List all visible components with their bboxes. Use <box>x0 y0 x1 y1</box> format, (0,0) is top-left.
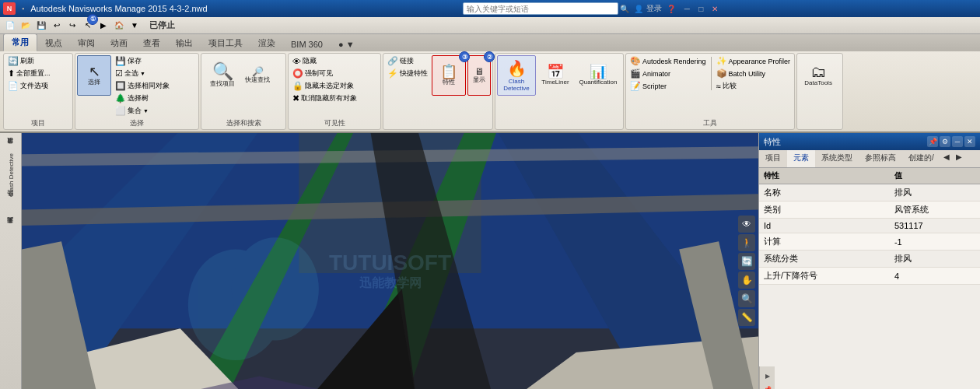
panel-close-btn[interactable]: ✕ <box>964 136 975 147</box>
tab-view[interactable]: 查看 <box>135 35 168 51</box>
rs-btn-1[interactable]: ▶ <box>761 370 774 382</box>
btn-select-all[interactable]: ☑全选▼ <box>113 68 172 79</box>
table-row[interactable]: 上升/下降符号 4 <box>759 268 980 285</box>
btn-find-items[interactable]: 🔍 查找项目 <box>203 55 242 96</box>
search-icon[interactable]: 🔍 <box>618 2 631 15</box>
btn-link[interactable]: 🔗链接 <box>385 55 430 67</box>
panel-tab-element[interactable]: 元素 <box>787 150 815 167</box>
table-row[interactable]: 系统分类 排风 <box>759 251 980 268</box>
group-label-search: 选择和搜索 <box>201 118 285 128</box>
btn-datatools[interactable]: 🗂 DataTools <box>799 55 838 96</box>
prop-name-6: 上升/下降符号 <box>759 268 890 285</box>
ribbon-group-select: ↖ 选择 💾保存 ☑全选▼ 🔲选择相同对象 🌲选择树 ⬜集合▼ 选择 <box>75 53 199 130</box>
btn-collection[interactable]: ⬜集合▼ <box>113 105 172 117</box>
btn-batch-utility[interactable]: 📦Batch Utility <box>714 68 793 79</box>
title-left: N ▪ Autodesk Navisworks Manage 2015 4-3-… <box>3 2 208 15</box>
qa-save-btn[interactable]: 💾 <box>34 19 48 33</box>
vp-look-btn[interactable]: 👁 <box>738 216 755 233</box>
btn-autodesk-rendering[interactable]: 🎨Autodesk Rendering <box>628 55 709 67</box>
tab-viewpoint[interactable]: 视点 <box>37 35 70 51</box>
table-row[interactable]: 名称 排风 <box>759 184 980 202</box>
btn-refresh[interactable]: 🔄刷新 <box>5 55 53 67</box>
app-logo: N <box>3 2 16 15</box>
tab-more[interactable]: ● ▼ <box>331 37 362 51</box>
search-input[interactable] <box>463 2 618 15</box>
btn-properties[interactable]: 📋 特性 ③ <box>432 55 466 96</box>
tab-home[interactable]: 常用 <box>3 33 37 51</box>
vp-pan-btn[interactable]: ✋ <box>738 272 755 289</box>
panel-pin-btn[interactable]: 📌 <box>927 136 938 147</box>
panel-minimize-btn[interactable]: ─ <box>952 136 963 147</box>
table-row[interactable]: 类别 风管系统 <box>759 202 980 219</box>
panel-tab-ref-level[interactable]: 参照标高 <box>859 150 902 167</box>
table-row[interactable]: 计算 -1 <box>759 233 980 251</box>
rs-btn-2[interactable]: 📌 <box>761 383 774 389</box>
sidebar-item-clash-detective[interactable]: Clash Detective <box>2 166 20 184</box>
btn-select[interactable]: ↖ 选择 <box>77 55 111 96</box>
panel-tab-system-type[interactable]: 系统类型 <box>815 150 859 167</box>
qa-nav-btn[interactable]: 🏠 <box>112 19 126 33</box>
ribbon-sep-1 <box>711 57 712 90</box>
user-icon[interactable]: 👤 <box>632 2 645 15</box>
qa-new-btn[interactable]: 📄 <box>3 19 17 33</box>
btn-timeliner[interactable]: 📅 TimeLiner <box>537 55 573 96</box>
btn-display[interactable]: 🖥 显示 ② <box>467 55 491 96</box>
btn-hide[interactable]: 👁隐藏 <box>290 55 359 67</box>
btn-animator[interactable]: 🎬Animator <box>628 68 709 79</box>
btn-save[interactable]: 💾保存 <box>113 55 172 67</box>
panel-settings-btn[interactable]: ⚙ <box>940 136 950 147</box>
panel-tab-created[interactable]: 创建的/ <box>902 150 940 167</box>
btn-compare[interactable]: ≈比较 <box>714 80 793 92</box>
sidebar-item-measure[interactable]: 测量工具 <box>2 219 20 237</box>
btn-file-options[interactable]: 📄文件选项 <box>5 80 53 92</box>
btn-force-visible[interactable]: ⭕强制可见 <box>290 68 359 79</box>
panel-content: 特性 值 名称 排风 类别 风管系统 Id 531117 <box>759 168 980 366</box>
minimize-btn[interactable]: ─ <box>681 2 693 15</box>
help-btn[interactable]: ❓ <box>663 2 679 15</box>
vp-zoom-btn[interactable]: 🔍 <box>738 290 755 307</box>
qa-more-btn[interactable]: ▼ <box>128 19 142 33</box>
btn-select-same[interactable]: 🔲选择相同对象 <box>113 80 172 92</box>
btn-scripter[interactable]: 📝Scripter <box>628 80 709 92</box>
panel-tab-nav-prev[interactable]: ◀ <box>940 150 953 167</box>
btn-quick-props[interactable]: ⚡快捷特性 <box>385 68 430 79</box>
btn-quick-find[interactable]: 🔎 快速查找 <box>243 55 271 96</box>
qa-play-btn[interactable]: ▶ <box>96 19 110 33</box>
btn-unhide-all[interactable]: ✖取消隐藏所有对象 <box>290 93 359 104</box>
panel-tab-nav-next[interactable]: ▶ <box>953 150 965 167</box>
table-row[interactable]: Id 531117 <box>759 219 980 233</box>
btn-hide-unselected[interactable]: 🔒隐藏未选定对象 <box>290 80 359 92</box>
close-btn[interactable]: ✕ <box>709 2 721 15</box>
viewport[interactable]: TUTUISOFT 迅能教学网 👁 🚶 🔄 ✋ 🔍 📏 7 <box>22 133 758 389</box>
tab-bim360[interactable]: BIM 360 <box>283 37 331 51</box>
prop-name-3: Id <box>759 219 890 233</box>
sidebar-item-collections[interactable]: 集合 <box>2 192 20 211</box>
btn-appearance-profiler[interactable]: ✨Appearance Profiler <box>714 55 793 67</box>
qa-open-btn[interactable]: 📂 <box>19 19 33 33</box>
tab-project-tools[interactable]: 项目工具 <box>201 35 250 51</box>
file-menu-btn[interactable]: ▪ <box>19 5 27 12</box>
btn-clash-detective[interactable]: 🔥 ClashDetective <box>497 55 536 96</box>
vp-walk-btn[interactable]: 🚶 <box>738 234 755 251</box>
group-visibility-content: 👁隐藏 ⭕强制可见 🔒隐藏未选定对象 ✖取消隐藏所有对象 <box>290 55 379 115</box>
qa-redo-btn[interactable]: ↪ <box>65 19 79 33</box>
group-select-content: ↖ 选择 💾保存 ☑全选▼ 🔲选择相同对象 🌲选择树 ⬜集合▼ <box>77 55 197 128</box>
tab-render[interactable]: 渲染 <box>250 35 283 51</box>
btn-quantification[interactable]: 📊 Quantification <box>575 55 621 96</box>
vp-measure-btn[interactable]: 📏 <box>738 309 755 326</box>
tab-animation[interactable]: 动画 <box>103 35 135 51</box>
annotation-3: ③ <box>459 51 470 62</box>
qa-undo-btn[interactable]: ↩ <box>50 19 64 33</box>
maximize-btn[interactable]: □ <box>695 2 707 15</box>
tab-review[interactable]: 审阅 <box>70 35 103 51</box>
tab-output[interactable]: 输出 <box>168 35 201 51</box>
col-header-value: 值 <box>890 168 980 184</box>
login-text[interactable]: 登录 <box>646 2 662 15</box>
left-sidebar: 项目目录 Clash Detective 集合 测量工具 <box>0 133 22 389</box>
qa-select-btn[interactable]: ↖ ① <box>81 19 95 33</box>
prop-value-5: 排风 <box>890 251 980 268</box>
btn-select-tree[interactable]: 🌲选择树 <box>113 93 172 104</box>
panel-tab-item[interactable]: 项目 <box>759 150 787 167</box>
btn-reset-all[interactable]: ⬆全部重置... <box>5 68 53 79</box>
vp-orbit-btn[interactable]: 🔄 <box>738 253 755 270</box>
